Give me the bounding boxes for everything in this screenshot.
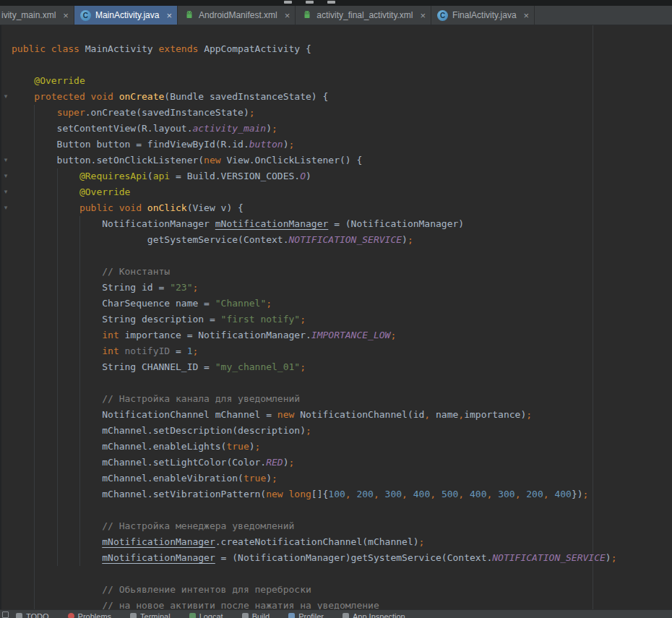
code-line[interactable]: mChannel.setLightColor(Color.RED); — [12, 455, 672, 471]
code-line[interactable]: mNotificationManager.createNotificationC… — [12, 534, 672, 550]
status-bar-item-todo[interactable]: TODO — [16, 611, 49, 618]
code-line[interactable]: String CHANNEL_ID = "my_channel_01"; — [12, 359, 672, 375]
fold-marker-icon[interactable]: ▾ — [2, 92, 9, 100]
code-line[interactable]: Button button = findViewById(R.id.button… — [12, 137, 672, 153]
code-line[interactable]: @RequiresApi(api = Build.VERSION_CODES.O… — [12, 168, 672, 184]
profiler-icon — [288, 613, 295, 618]
status-item-label: Terminal — [140, 611, 171, 618]
tool-window-toggle-icon[interactable] — [2, 611, 9, 618]
status-item-label: Logcat — [199, 611, 223, 618]
status-item-label: Profiler — [298, 611, 324, 618]
toolbar-strip — [0, 0, 672, 6]
code-line[interactable]: getSystemService(Context.NOTIFICATION_SE… — [12, 232, 672, 248]
code-editor[interactable]: public class MainActivity extends AppCom… — [0, 25, 672, 618]
problems-icon — [68, 613, 74, 618]
code-line[interactable]: CharSequence name = "Channel"; — [12, 296, 672, 312]
status-bar-items: TODOProblemsTerminalLogcatBuildProfilerA… — [0, 610, 672, 618]
code-line[interactable]: int importance = NotificationManager.IMP… — [12, 327, 672, 343]
code-line[interactable]: super.onCreate(savedInstanceState); — [12, 105, 672, 121]
code-line[interactable]: @Override — [12, 73, 672, 89]
status-bar-item-problems[interactable]: Problems — [68, 611, 111, 618]
tab-close-icon[interactable]: × — [63, 11, 69, 20]
code-line[interactable] — [12, 248, 672, 264]
tab-label: MainActivity.java — [95, 10, 159, 20]
fold-marker-icon[interactable]: ▾ — [2, 203, 9, 212]
java-class-icon: C — [437, 10, 448, 21]
code-line[interactable]: setContentView(R.layout.activity_main); — [12, 121, 672, 137]
tab-close-icon[interactable]: × — [285, 11, 290, 20]
android-studio-window: ivity_main.xml×CMainActivity.java×Androi… — [0, 0, 672, 618]
android-file-icon — [184, 10, 194, 21]
editor-tab-mainactivity-java[interactable]: CMainActivity.java× — [74, 6, 178, 25]
tab-label: ivity_main.xml — [1, 10, 56, 20]
code-line[interactable] — [12, 57, 672, 73]
android-file-icon — [301, 10, 312, 21]
code-line[interactable] — [12, 375, 672, 391]
status-bar-item-terminal[interactable]: Terminal — [130, 611, 171, 618]
code-area[interactable]: public class MainActivity extends AppCom… — [0, 41, 672, 614]
code-line[interactable]: mChannel.setDescription(description); — [12, 423, 672, 439]
tab-close-icon[interactable]: × — [166, 11, 172, 20]
code-line[interactable]: mChannel.enableLights(true); — [12, 439, 672, 455]
fold-marker-icon[interactable]: ▾ — [2, 155, 9, 164]
status-item-label: App Inspection — [353, 611, 405, 618]
editor-tab-ivity-main-xml[interactable]: ivity_main.xml× — [0, 6, 74, 25]
code-line[interactable]: @Override — [12, 184, 672, 200]
status-bar-item-app-inspection[interactable]: App Inspection — [343, 611, 405, 618]
tab-label: activity_final_activtity.xml — [316, 10, 413, 20]
code-line[interactable]: NotificationManager mNotificationManager… — [12, 216, 672, 232]
code-line[interactable]: // Настройка канала для уведомлений — [12, 391, 672, 407]
status-item-label: Build — [252, 611, 270, 618]
code-line[interactable]: mChannel.enableVibration(true); — [12, 471, 672, 486]
code-line[interactable]: String id = "23"; — [12, 280, 672, 296]
status-item-label: Problems — [78, 611, 111, 618]
code-line[interactable]: public class MainActivity extends AppCom… — [12, 41, 672, 57]
code-line[interactable]: button.setOnClickListener(new View.OnCli… — [12, 153, 672, 168]
java-class-icon: C — [80, 10, 91, 21]
status-bar: TODOProblemsTerminalLogcatBuildProfilerA… — [0, 609, 672, 618]
fold-marker-icon[interactable]: ▾ — [2, 187, 9, 196]
app-inspection-icon — [343, 613, 349, 618]
code-line[interactable]: NotificationChannel mChannel = new Notif… — [12, 407, 672, 423]
code-line[interactable]: // Настройка менеджера уведомлений — [12, 518, 672, 534]
fold-marker-icon[interactable]: ▾ — [2, 171, 9, 180]
editor-tab-androidmanifest-xml[interactable]: AndroidManifest.xml× — [178, 6, 296, 25]
editor-tab-activity-final-activtity-xml[interactable]: activity_final_activtity.xml× — [296, 6, 431, 25]
terminal-icon — [130, 613, 137, 618]
todo-icon — [16, 613, 22, 618]
status-bar-item-profiler[interactable]: Profiler — [288, 611, 324, 618]
build-icon — [242, 613, 249, 618]
toolbar-icon-fragment — [327, 1, 335, 4]
code-line[interactable] — [12, 502, 672, 518]
status-item-label: TODO — [26, 611, 49, 618]
toolbar-icon-fragment — [284, 1, 292, 4]
logcat-icon — [189, 613, 196, 618]
editor-gutter: ▾▾▾▾▾ — [0, 25, 10, 618]
code-line[interactable] — [12, 566, 672, 582]
status-bar-item-logcat[interactable]: Logcat — [189, 611, 223, 618]
code-line[interactable]: mChannel.setVibrationPattern(new long[]{… — [12, 486, 672, 502]
editor-tab-finalactivity-java[interactable]: CFinalActivity.java× — [431, 6, 535, 25]
code-line[interactable]: // Обьявление интентов для переброски — [12, 582, 672, 598]
code-line[interactable]: int notifyID = 1; — [12, 343, 672, 359]
code-line[interactable]: // Константы — [12, 264, 672, 280]
toolbar-icon-fragment — [306, 1, 314, 4]
code-line[interactable]: mNotificationManager = (NotificationMana… — [12, 550, 672, 566]
tab-close-icon[interactable]: × — [524, 11, 530, 20]
status-bar-item-build[interactable]: Build — [242, 611, 270, 618]
tab-label: FinalActivity.java — [452, 10, 516, 20]
tab-close-icon[interactable]: × — [421, 11, 426, 20]
code-line[interactable]: String description = "first notify"; — [12, 312, 672, 327]
code-line[interactable]: public void onClick(View v) { — [12, 200, 672, 216]
code-line[interactable]: protected void onCreate(Bundle savedInst… — [12, 89, 672, 105]
tab-label: AndroidManifest.xml — [199, 10, 277, 20]
editor-tab-bar: ivity_main.xml×CMainActivity.java×Androi… — [0, 6, 672, 25]
